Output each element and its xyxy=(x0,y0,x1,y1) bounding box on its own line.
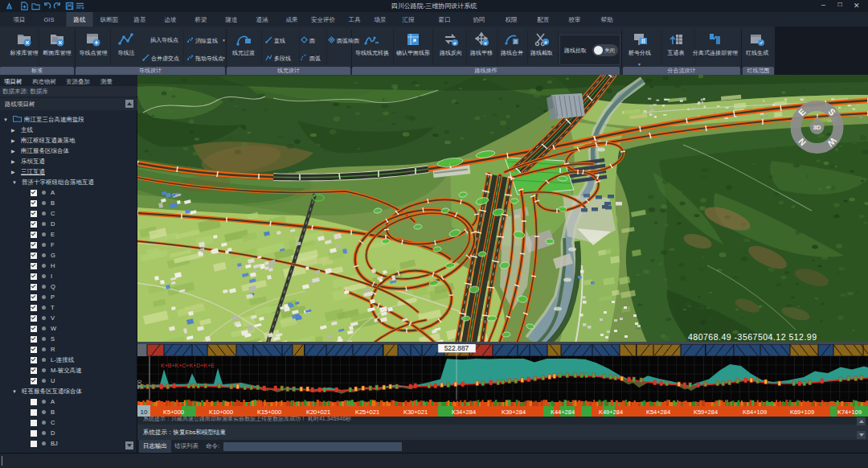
svg-text:K69+109: K69+109 xyxy=(790,408,814,416)
svg-text:K34+284: K34+284 xyxy=(452,408,476,416)
svg-text:K44+284: K44+284 xyxy=(551,408,575,416)
svg-text:K+B+K+C+K+D+K+E: K+B+K+C+K+D+K+E xyxy=(161,363,215,368)
svg-text:K25+021: K25+021 xyxy=(355,408,379,416)
svg-text:522.887: 522.887 xyxy=(444,344,469,352)
svg-text:K20+021: K20+021 xyxy=(306,408,330,416)
svg-text:K64+109: K64+109 xyxy=(743,408,767,416)
svg-text:500: 500 xyxy=(137,378,138,388)
svg-text:K54+284: K54+284 xyxy=(646,408,670,416)
svg-text:K49+284: K49+284 xyxy=(599,408,623,416)
svg-text:3D: 3D xyxy=(813,124,821,131)
svg-text:480768.49 -3567504.12 512.99: 480768.49 -3567504.12 512.99 xyxy=(688,332,817,342)
svg-text:K74+109: K74+109 xyxy=(837,408,862,416)
svg-text:K39+284: K39+284 xyxy=(502,408,526,416)
svg-text:K30+021: K30+021 xyxy=(403,408,428,416)
svg-text:K59+284: K59+284 xyxy=(694,408,718,416)
svg-text:K10+000: K10+000 xyxy=(209,408,233,416)
svg-text:K15+000: K15+000 xyxy=(257,408,281,416)
svg-text:K5+000: K5+000 xyxy=(163,408,184,416)
svg-text:500: 500 xyxy=(137,380,142,389)
svg-text:10: 10 xyxy=(141,408,148,416)
